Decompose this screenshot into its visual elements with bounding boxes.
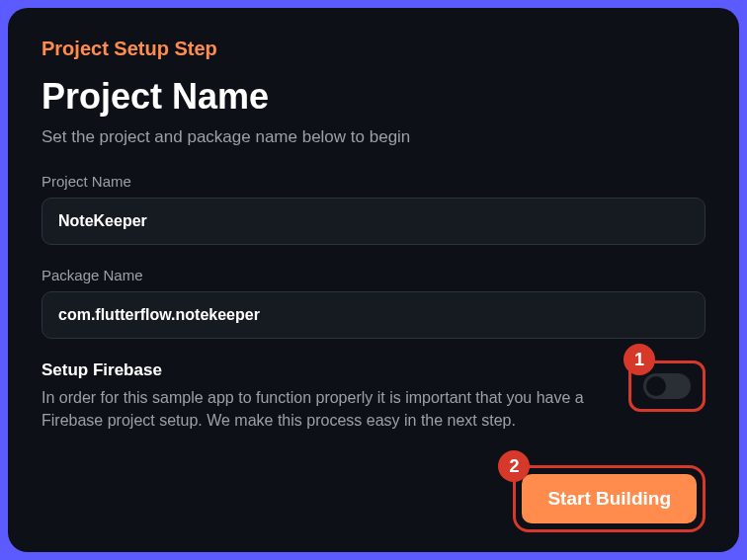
package-name-label: Package Name <box>42 267 706 283</box>
subtitle: Set the project and package name below t… <box>42 127 706 147</box>
firebase-title: Setup Firebase <box>42 360 613 380</box>
step-label: Project Setup Step <box>42 38 706 60</box>
annotation-badge-1: 1 <box>623 344 655 375</box>
firebase-section: Setup Firebase In order for this sample … <box>42 360 706 432</box>
firebase-text: Setup Firebase In order for this sample … <box>42 360 613 432</box>
package-name-input[interactable] <box>42 291 706 339</box>
start-building-button[interactable]: Start Building <box>522 474 697 523</box>
firebase-description: In order for this sample app to function… <box>42 386 613 432</box>
button-row: 2 Start Building <box>42 465 706 532</box>
firebase-toggle[interactable] <box>643 373 691 399</box>
toggle-knob <box>646 376 666 396</box>
setup-panel: Project Setup Step Project Name Set the … <box>8 8 739 552</box>
project-name-input[interactable] <box>42 198 706 245</box>
annotation-highlight-2: 2 Start Building <box>513 465 706 532</box>
project-name-label: Project Name <box>42 173 706 190</box>
annotation-highlight-1: 1 <box>628 360 706 412</box>
page-title: Project Name <box>42 76 706 118</box>
